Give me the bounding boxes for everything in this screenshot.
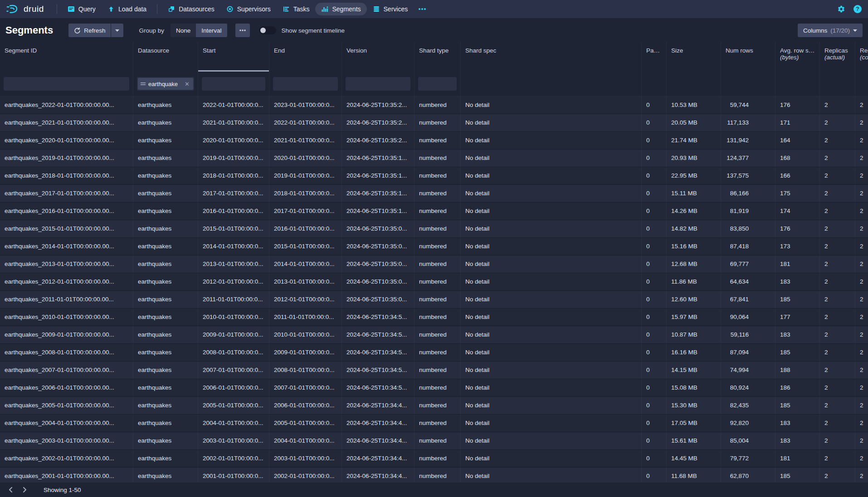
- cell-datasource[interactable]: earthquakes: [133, 379, 198, 396]
- cell-datasource[interactable]: earthquakes: [133, 397, 198, 414]
- cell-segment-id[interactable]: earthquakes_2003-01-01T00:00:00.00...: [0, 432, 133, 449]
- cell-size[interactable]: 15.97 MB: [667, 309, 721, 326]
- cell-start[interactable]: 2012-01-01T00:00:0...: [198, 273, 269, 290]
- cell-replicas[interactable]: 2: [820, 203, 855, 220]
- cell-replication-factor[interactable]: 2: [855, 432, 868, 449]
- cell-num-rows[interactable]: 90,064: [721, 309, 775, 326]
- cell-num-rows[interactable]: 117,133: [721, 114, 775, 131]
- table-row[interactable]: earthquakes_2008-01-01T00:00:00.00... ea…: [0, 344, 868, 362]
- cell-segment-id[interactable]: earthquakes_2019-01-01T00:00:00.00...: [0, 150, 133, 167]
- column-header-replicas[interactable]: Replicas(actual): [820, 42, 855, 72]
- cell-segment-id[interactable]: earthquakes_2002-01-01T00:00:00.00...: [0, 450, 133, 467]
- cell-segment-id[interactable]: earthquakes_2009-01-01T00:00:00.00...: [0, 326, 133, 343]
- cell-replicas[interactable]: 2: [820, 97, 855, 114]
- cell-size[interactable]: 14.45 MB: [667, 450, 721, 467]
- cell-start[interactable]: 2007-01-01T00:00:0...: [198, 362, 269, 379]
- cell-shard-spec[interactable]: No detail: [461, 468, 642, 483]
- cell-avg-row-size[interactable]: 188: [775, 362, 820, 379]
- cell-segment-id[interactable]: earthquakes_2001-01-01T00:00:00.00...: [0, 468, 133, 483]
- cell-replication-factor[interactable]: 2: [855, 97, 868, 114]
- cell-size[interactable]: 10.53 MB: [667, 97, 721, 114]
- cell-datasource[interactable]: earthquakes: [133, 150, 198, 167]
- cell-partition[interactable]: 0: [642, 379, 667, 396]
- cell-start[interactable]: 2002-01-01T00:00:0...: [198, 450, 269, 467]
- cell-shard-type[interactable]: numbered: [414, 203, 461, 220]
- cell-end[interactable]: 2017-01-01T00:00:0...: [269, 203, 342, 220]
- cell-shard-spec[interactable]: No detail: [461, 114, 642, 131]
- cell-num-rows[interactable]: 59,744: [721, 97, 775, 114]
- cell-start[interactable]: 2011-01-01T00:00:0...: [198, 291, 269, 308]
- cell-num-rows[interactable]: 124,377: [721, 150, 775, 167]
- cell-partition[interactable]: 0: [642, 397, 667, 414]
- cell-shard-type[interactable]: numbered: [414, 220, 461, 237]
- cell-avg-row-size[interactable]: 185: [775, 397, 820, 414]
- cell-shard-type[interactable]: numbered: [414, 238, 461, 255]
- cell-avg-row-size[interactable]: 176: [775, 220, 820, 237]
- cell-end[interactable]: 2007-01-01T00:00:0...: [269, 379, 342, 396]
- help-button[interactable]: ?: [853, 5, 862, 13]
- cell-avg-row-size[interactable]: 174: [775, 203, 820, 220]
- cell-partition[interactable]: 0: [642, 326, 667, 343]
- cell-shard-spec[interactable]: No detail: [461, 432, 642, 449]
- cell-replication-factor[interactable]: 2: [855, 150, 868, 167]
- cell-size[interactable]: 17.05 MB: [667, 415, 721, 432]
- cell-shard-type[interactable]: numbered: [414, 291, 461, 308]
- cell-end[interactable]: 2021-01-01T00:00:0...: [269, 132, 342, 149]
- cell-datasource[interactable]: earthquakes: [133, 185, 198, 202]
- cell-end[interactable]: 2002-01-01T00:00:0...: [269, 468, 342, 483]
- cell-num-rows[interactable]: 79,772: [721, 450, 775, 467]
- cell-start[interactable]: 2010-01-01T00:00:0...: [198, 309, 269, 326]
- cell-start[interactable]: 2009-01-01T00:00:0...: [198, 326, 269, 343]
- cell-replicas[interactable]: 2: [820, 397, 855, 414]
- cell-segment-id[interactable]: earthquakes_2021-01-01T00:00:00.00...: [0, 114, 133, 131]
- cell-version[interactable]: 2024-06-25T10:34:4...: [342, 468, 414, 483]
- cell-end[interactable]: 2014-01-01T00:00:0...: [269, 256, 342, 273]
- cell-version[interactable]: 2024-06-25T10:34:4...: [342, 415, 414, 432]
- cell-shard-type[interactable]: numbered: [414, 150, 461, 167]
- cell-shard-type[interactable]: numbered: [414, 114, 461, 131]
- cell-size[interactable]: 15.11 MB: [667, 185, 721, 202]
- cell-end[interactable]: 2013-01-01T00:00:0...: [269, 273, 342, 290]
- column-header-datasource[interactable]: Datasource: [133, 42, 198, 72]
- cell-size[interactable]: 12.60 MB: [667, 291, 721, 308]
- cell-partition[interactable]: 0: [642, 362, 667, 379]
- cell-size[interactable]: 14.82 MB: [667, 220, 721, 237]
- cell-datasource[interactable]: earthquakes: [133, 256, 198, 273]
- cell-shard-type[interactable]: numbered: [414, 432, 461, 449]
- column-header-size[interactable]: Size: [667, 42, 721, 72]
- cell-shard-spec[interactable]: No detail: [461, 150, 642, 167]
- cell-shard-spec[interactable]: No detail: [461, 450, 642, 467]
- cell-start[interactable]: 2021-01-01T00:00:0...: [198, 114, 269, 131]
- cell-start[interactable]: 2004-01-01T00:00:0...: [198, 415, 269, 432]
- previous-page-button[interactable]: [5, 484, 16, 496]
- cell-num-rows[interactable]: 92,820: [721, 415, 775, 432]
- cell-replication-factor[interactable]: 2: [855, 185, 868, 202]
- cell-avg-row-size[interactable]: 183: [775, 432, 820, 449]
- cell-datasource[interactable]: earthquakes: [133, 344, 198, 361]
- cell-start[interactable]: 2022-01-01T00:00:0...: [198, 97, 269, 114]
- segment-timeline-toggle[interactable]: [259, 26, 276, 34]
- cell-version[interactable]: 2024-06-25T10:35:1...: [342, 203, 414, 220]
- cell-start[interactable]: 2001-01-01T00:00:0...: [198, 468, 269, 483]
- cell-start[interactable]: 2016-01-01T00:00:0...: [198, 203, 269, 220]
- cell-version[interactable]: 2024-06-25T10:35:0...: [342, 238, 414, 255]
- table-row[interactable]: earthquakes_2019-01-01T00:00:00.00... ea…: [0, 150, 868, 167]
- cell-size[interactable]: 15.61 MB: [667, 432, 721, 449]
- cell-shard-type[interactable]: numbered: [414, 397, 461, 414]
- group-by-interval-button[interactable]: Interval: [196, 24, 227, 37]
- cell-num-rows[interactable]: 87,418: [721, 238, 775, 255]
- cell-end[interactable]: 2005-01-01T00:00:0...: [269, 415, 342, 432]
- cell-shard-spec[interactable]: No detail: [461, 379, 642, 396]
- cell-segment-id[interactable]: earthquakes_2010-01-01T00:00:00.00...: [0, 309, 133, 326]
- filter-start-input[interactable]: [202, 77, 265, 91]
- column-header-partition[interactable]: Partition: [642, 42, 667, 72]
- cell-version[interactable]: 2024-06-25T10:35:1...: [342, 167, 414, 184]
- cell-segment-id[interactable]: earthquakes_2016-01-01T00:00:00.00...: [0, 203, 133, 220]
- cell-shard-spec[interactable]: No detail: [461, 238, 642, 255]
- group-by-none-button[interactable]: None: [171, 24, 196, 37]
- druid-logo[interactable]: druid: [6, 4, 44, 14]
- cell-avg-row-size[interactable]: 177: [775, 309, 820, 326]
- table-row[interactable]: earthquakes_2009-01-01T00:00:00.00... ea…: [0, 326, 868, 344]
- cell-avg-row-size[interactable]: 171: [775, 114, 820, 131]
- cell-num-rows[interactable]: 62,870: [721, 468, 775, 483]
